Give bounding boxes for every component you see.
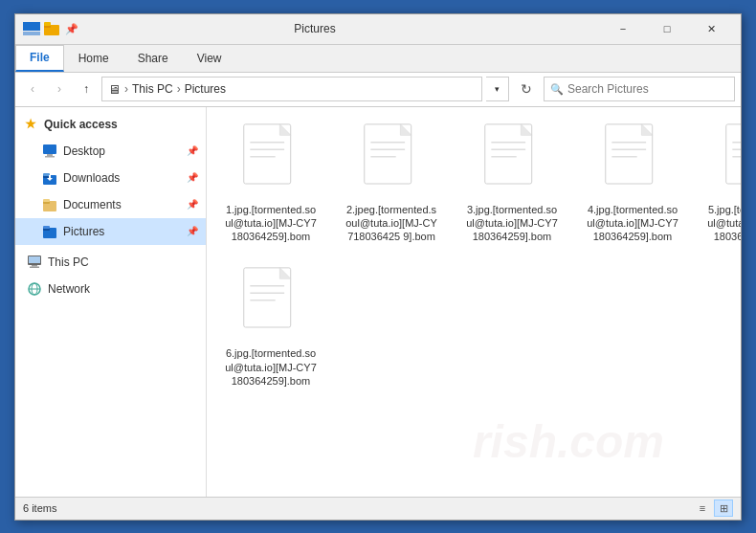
file-icon [358, 122, 425, 199]
sidebar-item-quick-access[interactable]: ★ Quick access [15, 111, 206, 138]
maximize-button[interactable]: □ [645, 13, 689, 44]
file-item[interactable]: 2.jpeg.[tormented.soul@tuta.io][MJ-CY718… [339, 119, 444, 248]
back-button[interactable]: ‹ [21, 78, 44, 100]
tab-file[interactable]: File [15, 45, 64, 72]
window-controls: − □ ✕ [601, 13, 733, 44]
svg-rect-5 [43, 144, 56, 154]
pictures-folder-icon [42, 224, 57, 239]
grid-view-button[interactable]: ⊞ [714, 500, 733, 517]
svg-rect-21 [32, 265, 37, 267]
file-icon [478, 122, 545, 199]
file-item[interactable]: 3.jpg.[tormented.soul@tuta.io][MJ-CY7180… [459, 119, 565, 248]
file-name: 5.jpg.[tormented.soul@tuta.io][MJ-CY7180… [705, 203, 741, 244]
list-view-button[interactable]: ≡ [693, 500, 712, 517]
path-icon: 🖥 [108, 82, 121, 97]
ribbon-tabs: File Home Share View [15, 45, 741, 72]
tab-view[interactable]: View [183, 45, 236, 72]
pin-icon-documents: 📌 [187, 199, 198, 210]
forward-button[interactable]: › [48, 78, 71, 100]
path-sep1: › [124, 82, 128, 96]
path-sep2: › [177, 82, 181, 96]
computer-icon [27, 255, 42, 270]
sidebar-item-this-pc[interactable]: This PC [15, 249, 206, 276]
file-name: 3.jpg.[tormented.soul@tuta.io][MJ-CY7180… [464, 203, 560, 244]
sidebar-item-desktop[interactable]: Desktop 📌 [15, 138, 206, 165]
sidebar-item-downloads[interactable]: Downloads 📌 [15, 165, 206, 191]
file-item[interactable]: 4.jpg.[tormented.soul@tuta.io][MJ-CY7180… [580, 119, 685, 248]
window-title: Pictures [29, 22, 601, 35]
file-name: 1.jpg.[tormented.soul@tuta.io][MJ-CY7180… [223, 203, 319, 244]
item-count: 6 items [23, 502, 56, 514]
desktop-icon [42, 144, 57, 159]
pin-icon-pictures: 📌 [187, 226, 198, 236]
files-grid: 1.jpg.[tormented.soul@tuta.io][MJ-CY7180… [218, 119, 729, 392]
svg-rect-50 [726, 123, 741, 183]
svg-rect-10 [43, 173, 50, 176]
minimize-button[interactable]: − [601, 13, 645, 44]
path-this-pc[interactable]: This PC [132, 82, 173, 96]
file-icon [237, 266, 304, 343]
svg-rect-7 [45, 156, 55, 158]
main-area: ★ Quick access Desktop 📌 [15, 107, 741, 497]
sidebar: ★ Quick access Desktop 📌 [15, 107, 207, 497]
search-box: 🔍 [544, 77, 735, 101]
title-bar: 📌 Pictures − □ ✕ [15, 14, 741, 45]
pin-icon-desktop: 📌 [187, 145, 198, 156]
documents-icon [42, 197, 57, 212]
tab-home[interactable]: Home [64, 45, 123, 72]
file-name: 6.jpg.[tormented.soul@tuta.io][MJ-CY7180… [223, 346, 319, 388]
content-area: 1.jpg.[tormented.soul@tuta.io][MJ-CY7180… [207, 107, 741, 497]
path-pictures[interactable]: Pictures [185, 82, 226, 96]
file-icon [720, 122, 741, 199]
pin-icon-downloads: 📌 [187, 172, 198, 183]
status-bar: 6 items ≡ ⊞ [15, 497, 741, 520]
svg-rect-20 [29, 256, 40, 263]
up-button[interactable]: ↑ [75, 78, 98, 100]
star-icon: ★ [23, 117, 38, 132]
search-input[interactable] [567, 82, 728, 96]
file-name: 4.jpg.[tormented.soul@tuta.io][MJ-CY7180… [585, 203, 680, 244]
network-icon [27, 281, 42, 297]
svg-rect-22 [30, 266, 39, 268]
sidebar-item-pictures[interactable]: Pictures 📌 [15, 218, 206, 245]
refresh-button[interactable]: ↻ [513, 76, 540, 102]
svg-rect-18 [43, 226, 50, 229]
svg-rect-6 [47, 154, 53, 156]
sidebar-item-documents[interactable]: Documents 📌 [15, 191, 206, 218]
watermark: rish.com [473, 415, 664, 468]
svg-rect-15 [43, 199, 50, 202]
file-name: 2.jpeg.[tormented.soul@tuta.io][MJ-CY718… [344, 203, 439, 244]
svg-rect-12 [49, 175, 51, 180]
file-icon [599, 122, 666, 199]
file-item[interactable]: 1.jpg.[tormented.soul@tuta.io][MJ-CY7180… [218, 119, 323, 248]
sidebar-item-network[interactable]: Network [15, 276, 206, 302]
file-icon [237, 122, 304, 199]
explorer-window: 📌 Pictures − □ ✕ File Home Share View ‹ … [14, 13, 742, 521]
file-item[interactable]: 5.jpg.[tormented.soul@tuta.io][MJ-CY7180… [700, 119, 741, 248]
file-item[interactable]: 6.jpg.[tormented.soul@tuta.io][MJ-CY7180… [218, 262, 323, 391]
ribbon: File Home Share View [15, 45, 741, 73]
downloads-icon [42, 170, 57, 186]
view-controls: ≡ ⊞ [693, 500, 733, 517]
close-button[interactable]: ✕ [689, 13, 733, 44]
address-path[interactable]: 🖥 › This PC › Pictures [101, 77, 482, 101]
address-bar: ‹ › ↑ 🖥 › This PC › Pictures ▾ ↻ 🔍 [15, 73, 741, 107]
path-dropdown[interactable]: ▾ [486, 77, 509, 101]
tab-share[interactable]: Share [123, 45, 183, 72]
search-icon: 🔍 [550, 83, 564, 96]
